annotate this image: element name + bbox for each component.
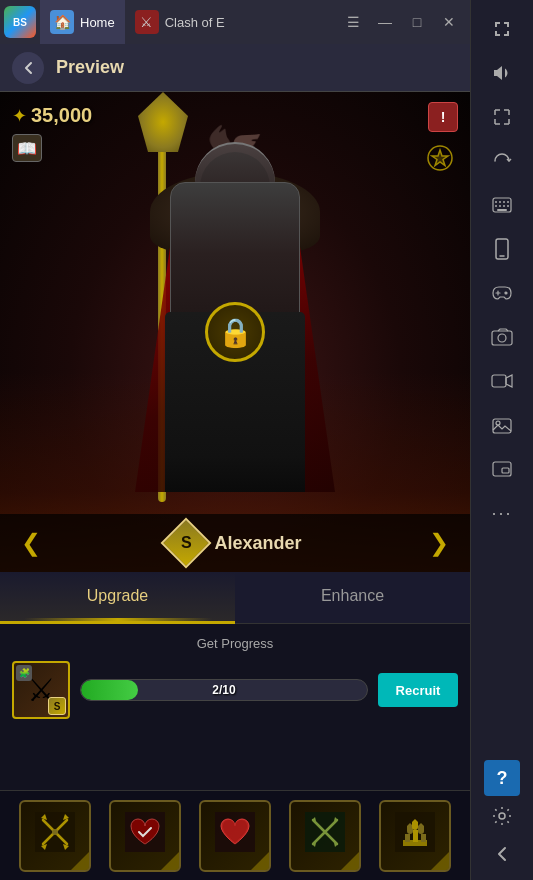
- bluestacks-logo: BS: [4, 6, 36, 38]
- expand-button[interactable]: [481, 8, 523, 50]
- back-arrow-button[interactable]: [484, 836, 520, 872]
- hero-thumbnail: ⚔ 🧩 S: [12, 661, 70, 719]
- tabs-row: Upgrade Enhance: [0, 572, 470, 624]
- page-title: Preview: [56, 57, 124, 78]
- rotate-button[interactable]: [481, 140, 523, 182]
- upgrade-section: Get Progress ⚔ 🧩 S 2/10 Recruit: [0, 624, 470, 790]
- help-button[interactable]: ?: [484, 760, 520, 796]
- svg-rect-15: [492, 331, 512, 345]
- game-tab-label: Clash of E: [165, 15, 225, 30]
- record-button[interactable]: [481, 360, 523, 402]
- lock-overlay[interactable]: 🔒: [205, 302, 265, 362]
- hero-name: Alexander: [214, 533, 301, 554]
- svg-point-22: [499, 813, 505, 819]
- back-button[interactable]: [12, 52, 44, 84]
- tab-enhance[interactable]: Enhance: [235, 572, 470, 624]
- cost-value: 35,000: [31, 104, 92, 127]
- main-content: Preview 🦅: [0, 44, 470, 880]
- gamepad-button[interactable]: [481, 272, 523, 314]
- more-options-button[interactable]: ···: [481, 492, 523, 534]
- cost-display: ✦ 35,000: [12, 104, 92, 127]
- skills-row: [0, 790, 470, 880]
- progress-bar-fill: [81, 680, 138, 700]
- svg-rect-32: [413, 830, 418, 842]
- svg-rect-18: [493, 419, 511, 433]
- home-tab-label: Home: [80, 15, 115, 30]
- svg-rect-17: [492, 375, 506, 387]
- game-tab-icon: ⚔: [135, 10, 159, 34]
- progress-area: 2/10: [80, 679, 368, 701]
- hero-thumb-puzzle-badge: 🧩: [16, 665, 32, 681]
- window-controls: ☰ — □ ✕: [338, 7, 470, 37]
- minimize-icon[interactable]: —: [370, 7, 400, 37]
- star-button[interactable]: [422, 140, 458, 176]
- progress-text: 2/10: [212, 683, 235, 697]
- phone-button[interactable]: [481, 228, 523, 270]
- home-tab-icon: 🏠: [50, 10, 74, 34]
- keyboard-button[interactable]: [481, 184, 523, 226]
- gallery-button[interactable]: [481, 404, 523, 446]
- tab-upgrade[interactable]: Upgrade: [0, 572, 235, 624]
- info-button[interactable]: !: [428, 102, 458, 132]
- progress-bar-bg: 2/10: [80, 679, 368, 701]
- skill-crossed-axes[interactable]: [19, 800, 91, 872]
- svg-point-25: [52, 829, 58, 835]
- close-icon[interactable]: ✕: [434, 7, 464, 37]
- character-area: 🦅 ✦ 35,000 📖: [0, 92, 470, 572]
- get-progress-label: Get Progress: [12, 636, 458, 651]
- hero-progress-row: ⚔ 🧩 S 2/10 Recruit: [12, 661, 458, 719]
- hero-thumb-rank: S: [48, 697, 66, 715]
- right-sidebar: ··· ?: [470, 0, 533, 880]
- nav-row: ❮ S Alexander ❯: [0, 514, 470, 572]
- top-bar: BS 🏠 Home ⚔ Clash of E ☰ — □ ✕: [0, 0, 470, 44]
- screenshot-button[interactable]: [481, 316, 523, 358]
- book-button[interactable]: 📖: [12, 134, 42, 162]
- fullscreen-button[interactable]: [481, 96, 523, 138]
- menu-icon[interactable]: ☰: [338, 7, 368, 37]
- hero-rank-badge: S: [161, 518, 212, 569]
- skill-heart[interactable]: [199, 800, 271, 872]
- recruit-button[interactable]: Recruit: [378, 673, 458, 707]
- skill-army[interactable]: [379, 800, 451, 872]
- pip-button[interactable]: [481, 448, 523, 490]
- maximize-icon[interactable]: □: [402, 7, 432, 37]
- svg-rect-31: [405, 834, 410, 842]
- svg-point-14: [505, 292, 507, 294]
- skill-heart-shield[interactable]: [109, 800, 181, 872]
- settings-button[interactable]: [484, 798, 520, 834]
- svg-rect-33: [421, 834, 426, 842]
- tab-home[interactable]: 🏠 Home: [40, 0, 125, 44]
- prev-hero-button[interactable]: ❮: [12, 524, 50, 562]
- svg-point-16: [498, 334, 506, 342]
- preview-header: Preview: [0, 44, 470, 92]
- svg-rect-21: [502, 468, 509, 473]
- next-hero-button[interactable]: ❯: [420, 524, 458, 562]
- skill-crossed-weapons[interactable]: [289, 800, 361, 872]
- volume-button[interactable]: [481, 52, 523, 94]
- tab-game[interactable]: ⚔ Clash of E: [125, 0, 235, 44]
